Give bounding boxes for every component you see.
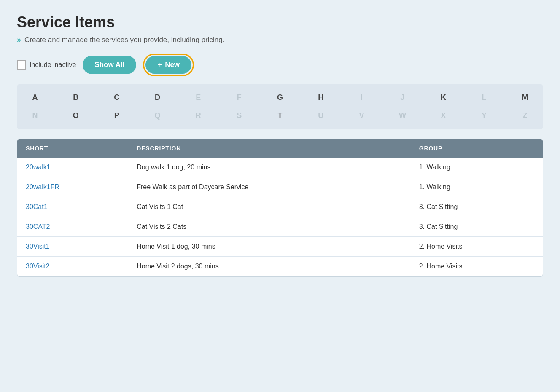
table-cell-group: 2. Home Visits [411,237,543,257]
alpha-letter-l: L [474,91,494,105]
alpha-letter-i: I [352,91,372,105]
table-cell-group: 1. Walking [411,177,543,197]
alpha-letter-m[interactable]: M [515,91,535,105]
alpha-letter-w: W [393,109,412,123]
alpha-letter-z: Z [515,109,535,123]
alpha-letter-g[interactable]: G [270,91,290,105]
table-body: 20walk1Dog walk 1 dog, 20 mins1. Walking… [17,158,543,276]
table-cell-description: Home Visit 2 dogs, 30 mins [128,257,410,277]
new-button-wrapper: + New [143,54,194,76]
table-row[interactable]: 30Visit1Home Visit 1 dog, 30 mins2. Home… [17,237,543,257]
alpha-letter-u: U [311,109,331,123]
table-header: SHORTDESCRIPTIONGROUP [17,139,543,158]
table-cell-description: Free Walk as part of Daycare Service [128,177,410,197]
alpha-letter-e: E [188,91,208,105]
alpha-letter-b[interactable]: B [66,91,86,105]
subtitle-row: » Create and manage the services you pro… [17,35,543,44]
alpha-letter-q: Q [148,109,167,123]
alpha-letter-h[interactable]: H [311,91,331,105]
table-cell-group: 2. Home Visits [411,257,543,277]
alphabet-row-2: NOPQRSTUVWXYZ [25,109,535,123]
alpha-letter-d[interactable]: D [148,91,167,105]
table-cell-group: 1. Walking [411,158,543,177]
table-cell-short: 30Visit2 [17,257,128,277]
table-cell-group: 3. Cat Sitting [411,217,543,237]
table-row[interactable]: 30Visit2Home Visit 2 dogs, 30 mins2. Hom… [17,257,543,277]
include-inactive-checkbox[interactable] [17,60,26,70]
table-cell-short: 30Cat1 [17,197,128,217]
table-cell-short: 30Visit1 [17,237,128,257]
table-row[interactable]: 30CAT2Cat Visits 2 Cats3. Cat Sitting [17,217,543,237]
table-header-group: GROUP [411,139,543,158]
table-cell-short: 20walk1 [17,158,128,177]
plus-icon: + [157,61,162,69]
alpha-letter-c[interactable]: C [107,91,127,105]
alpha-letter-p[interactable]: P [107,109,127,123]
include-inactive-text: Include inactive [30,61,76,69]
show-all-button[interactable]: Show All [83,56,136,74]
table-row[interactable]: 30Cat1Cat Visits 1 Cat3. Cat Sitting [17,197,543,217]
chevron-icon: » [17,35,21,44]
alpha-letter-n: N [25,109,45,123]
alpha-letter-r: R [188,109,208,123]
include-inactive-label[interactable]: Include inactive [17,60,76,70]
table-row[interactable]: 20walk1FRFree Walk as part of Daycare Se… [17,177,543,197]
alphabet-row-1: ABCDEFGHIJKLM [25,91,535,105]
table-cell-description: Dog walk 1 dog, 20 mins [128,158,410,177]
table-cell-short: 30CAT2 [17,217,128,237]
alpha-letter-a[interactable]: A [25,91,45,105]
new-button-label: New [165,61,180,69]
alpha-letter-j: J [393,91,412,105]
subtitle-text: Create and manage the services you provi… [24,36,224,44]
new-button[interactable]: + New [145,56,191,74]
alpha-letter-s: S [229,109,249,123]
table-cell-description: Home Visit 1 dog, 30 mins [128,237,410,257]
controls-row: Include inactive Show All + New [17,54,543,76]
alpha-letter-v: V [352,109,372,123]
alpha-letter-f: F [229,91,249,105]
alpha-letter-t[interactable]: T [270,109,290,123]
table-cell-description: Cat Visits 2 Cats [128,217,410,237]
alpha-letter-x: X [433,109,453,123]
table-cell-group: 3. Cat Sitting [411,197,543,217]
page-title: Service Items [17,13,543,31]
alpha-letter-y: Y [474,109,494,123]
table-header-description: DESCRIPTION [128,139,410,158]
table-cell-description: Cat Visits 1 Cat [128,197,410,217]
alpha-letter-k[interactable]: K [433,91,453,105]
alphabet-section: ABCDEFGHIJKLM NOPQRSTUVWXYZ [17,84,543,129]
alpha-letter-o[interactable]: O [66,109,86,123]
service-items-table-container: SHORTDESCRIPTIONGROUP 20walk1Dog walk 1 … [17,139,543,277]
table-header-short: SHORT [17,139,128,158]
table-row[interactable]: 20walk1Dog walk 1 dog, 20 mins1. Walking [17,158,543,177]
table-cell-short: 20walk1FR [17,177,128,197]
service-items-table: SHORTDESCRIPTIONGROUP 20walk1Dog walk 1 … [17,139,543,276]
